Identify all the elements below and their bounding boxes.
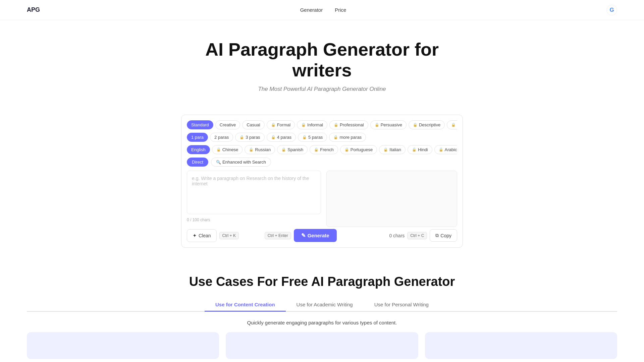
style-tab-professional[interactable]: 🔒Professional xyxy=(329,120,368,129)
lang-tab-hindi[interactable]: 🔒Hindi xyxy=(408,145,432,154)
lang-tab-french[interactable]: 🔒French xyxy=(310,145,338,154)
style-tab-creative[interactable]: Creative xyxy=(215,120,240,129)
count-tab-label: 1 para xyxy=(191,135,204,140)
char-count-label: 0 / 100 chars xyxy=(187,218,321,222)
gen-layout: 0 / 100 chars xyxy=(187,171,457,227)
lock-icon: 🔒 xyxy=(301,123,306,127)
style-row: StandardCreativeCasual🔒Formal🔒Informal🔒P… xyxy=(187,120,457,129)
generate-shortcut-badge: Ctrl + Enter xyxy=(265,232,291,239)
count-tab-label: 5 paras xyxy=(308,135,323,140)
count-tab-3-paras[interactable]: 🔒3 paras xyxy=(235,133,264,142)
lock-icon: 🔒 xyxy=(271,123,276,127)
lock-icon: 🔒 xyxy=(302,135,307,139)
generate-label: Generate xyxy=(308,233,329,238)
style-tab-standard[interactable]: Standard xyxy=(187,120,213,129)
count-tab-more-paras[interactable]: 🔒more paras xyxy=(329,133,366,142)
lang-tab-russian[interactable]: 🔒Russian xyxy=(245,145,275,154)
generator-box: StandardCreativeCasual🔒Formal🔒Informal🔒P… xyxy=(181,115,463,248)
lock-icon: 🔒 xyxy=(216,147,221,152)
style-tab-descriptive[interactable]: 🔒Descriptive xyxy=(409,120,445,129)
navbar: APG Generator Price G xyxy=(0,0,644,20)
generate-button[interactable]: ✎ Generate xyxy=(294,229,337,242)
lock-icon: 🔒 xyxy=(344,147,349,152)
mode-tab-enhanced-with-search[interactable]: 🔍Enhanced with Search xyxy=(211,158,271,167)
lock-icon: 🔒 xyxy=(451,123,456,127)
style-tab-persuasive[interactable]: 🔒Persuasive xyxy=(370,120,407,129)
style-tab-label: Standard xyxy=(191,122,209,127)
lang-tab-label: English xyxy=(191,147,206,152)
nav-logo: APG xyxy=(27,6,40,13)
count-tab-label: 3 paras xyxy=(246,135,260,140)
count-tab-2-paras[interactable]: 2 paras xyxy=(210,133,233,142)
mode-tab-label: Enhanced with Search xyxy=(222,160,266,165)
style-tab-casual[interactable]: Casual xyxy=(242,120,264,129)
lang-tab-arabic[interactable]: 🔒Arabic xyxy=(434,145,457,154)
count-tab-label: 2 paras xyxy=(214,135,229,140)
output-char-count: 0 chars xyxy=(389,233,405,238)
use-case-card-1 xyxy=(27,332,219,359)
use-cases-section: Use Cases For Free AI Paragraph Generato… xyxy=(0,275,644,359)
clean-shortcut-badge: Ctrl + K xyxy=(219,232,239,239)
style-tab-label: Casual xyxy=(247,122,260,127)
copy-shortcut-badge: Ctrl + C xyxy=(407,232,427,239)
use-cases-cards xyxy=(27,332,617,359)
style-tab-label: Professional xyxy=(340,122,364,127)
nav-generator-link[interactable]: Generator xyxy=(300,7,323,13)
gen-right xyxy=(326,171,457,227)
lang-tab-italian[interactable]: 🔒Italian xyxy=(379,145,406,154)
mode-tab-direct[interactable]: Direct xyxy=(187,158,208,167)
lang-tab-label: French xyxy=(320,147,333,152)
style-tab-label: Descriptive xyxy=(419,122,440,127)
count-tab-1-para[interactable]: 1 para xyxy=(187,133,208,142)
style-tab-narrative[interactable]: 🔒Narrative xyxy=(447,120,457,129)
lock-icon: 🔒 xyxy=(333,135,338,139)
lock-icon: 🔒 xyxy=(239,135,244,139)
mode-row: Direct🔍Enhanced with Search xyxy=(187,158,457,167)
lang-tab-label: Spanish xyxy=(287,147,303,152)
use-case-tab-use-for-academic-writing[interactable]: Use for Academic Writing xyxy=(286,298,364,312)
style-tab-label: Creative xyxy=(220,122,236,127)
use-case-tab-label: Use for Content Creation xyxy=(215,302,275,307)
style-tab-label: Persuasive xyxy=(381,122,402,127)
nav-price-link[interactable]: Price xyxy=(335,7,346,13)
use-case-tab-use-for-personal-writing[interactable]: Use for Personal Writing xyxy=(364,298,439,312)
lock-icon: 🔒 xyxy=(413,123,418,127)
copy-button[interactable]: ⧉ Copy xyxy=(430,229,457,242)
count-tab-4-paras[interactable]: 🔒4 paras xyxy=(267,133,296,142)
search-icon: 🔍 xyxy=(216,160,221,165)
hero-title: AI Paragraph Generator for writers xyxy=(201,39,443,80)
lock-icon: 🔒 xyxy=(439,147,443,152)
count-tab-5-paras[interactable]: 🔒5 paras xyxy=(298,133,327,142)
lang-tab-spanish[interactable]: 🔒Spanish xyxy=(277,145,308,154)
count-tab-label: 4 paras xyxy=(277,135,291,140)
style-tab-label: Formal xyxy=(277,122,290,127)
lock-icon: 🔒 xyxy=(281,147,286,152)
gen-left: 0 / 100 chars xyxy=(187,171,321,227)
controls-bottom: ✦ Clean Ctrl + K Ctrl + Enter ✎ Generate… xyxy=(187,229,457,242)
active-tab-desc: Quickly generate engaging paragraphs for… xyxy=(27,320,617,325)
copy-label: Copy xyxy=(440,233,451,238)
use-case-card-2 xyxy=(226,332,418,359)
use-cases-tabs: Use for Content CreationUse for Academic… xyxy=(27,298,617,312)
style-tab-label: Informal xyxy=(307,122,323,127)
lang-tab-english[interactable]: English xyxy=(187,145,210,154)
mode-tab-label: Direct xyxy=(192,160,203,165)
style-tab-informal[interactable]: 🔒Informal xyxy=(297,120,327,129)
use-case-tab-label: Use for Academic Writing xyxy=(297,302,353,307)
clean-button[interactable]: ✦ Clean xyxy=(187,229,217,242)
generator-wrapper: StandardCreativeCasual🔒Formal🔒Informal🔒P… xyxy=(174,115,470,248)
generate-icon: ✎ xyxy=(301,232,306,239)
style-tab-formal[interactable]: 🔒Formal xyxy=(267,120,295,129)
lock-icon: 🔒 xyxy=(271,135,276,139)
lang-tab-chinese[interactable]: 🔒Chinese xyxy=(212,145,243,154)
use-case-card-3 xyxy=(425,332,617,359)
lock-icon: 🔒 xyxy=(249,147,254,152)
use-case-tab-use-for-content-creation[interactable]: Use for Content Creation xyxy=(205,298,286,312)
nav-google-icon[interactable]: G xyxy=(606,5,617,15)
clean-icon: ✦ xyxy=(193,233,197,239)
clean-label: Clean xyxy=(199,233,211,238)
count-tab-label: more paras xyxy=(339,135,362,140)
lang-tab-portuguese[interactable]: 🔒Portuguese xyxy=(340,145,377,154)
lang-row: English🔒Chinese🔒Russian🔒Spanish🔒French🔒P… xyxy=(187,145,457,154)
prompt-textarea[interactable] xyxy=(187,171,321,214)
